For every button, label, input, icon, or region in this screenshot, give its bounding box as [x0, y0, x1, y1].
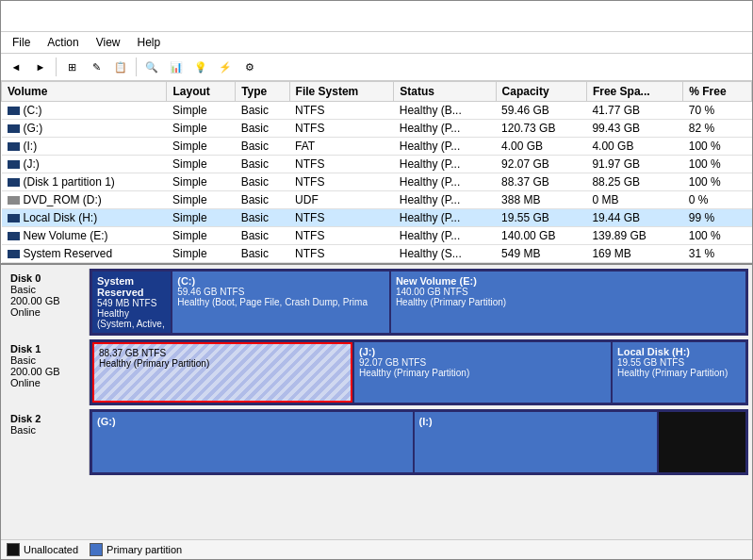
cell-free: 139.89 GB — [586, 227, 682, 245]
menu-bar: File Action View Help — [1, 32, 752, 54]
toolbar-btn-3[interactable]: 📋 — [109, 56, 132, 78]
col-filesystem[interactable]: File System — [289, 82, 394, 102]
partition-block[interactable]: (G:) — [92, 412, 413, 472]
toolbar-back[interactable]: ◄ — [5, 56, 27, 78]
toolbar-btn-5[interactable]: 📊 — [165, 56, 188, 78]
toolbar-btn-7[interactable]: ⚡ — [214, 56, 237, 78]
table-row[interactable]: DVD_ROM (D:) Simple Basic UDF Healthy (P… — [2, 191, 752, 209]
partition-block[interactable] — [659, 412, 745, 472]
toolbar: ◄ ► ⊞ ✎ 📋 🔍 📊 💡 ⚡ ⚙ — [1, 54, 752, 81]
cell-type: Basic — [236, 156, 289, 173]
partition-block[interactable]: 88.37 GB NTFS Healthy (Primary Partition… — [92, 342, 352, 403]
volume-table: Volume Layout Type File System Status Ca… — [1, 81, 752, 263]
cell-pct: 0 % — [683, 191, 752, 209]
minimize-button[interactable] — [680, 7, 699, 25]
toolbar-btn-8[interactable]: ⚙ — [238, 56, 261, 78]
cell-volume: New Volume (E:) — [2, 227, 167, 245]
partition-block[interactable]: (I:) — [415, 412, 657, 472]
partition-block[interactable]: New Volume (E:) 140.00 GB NTFS Healthy (… — [391, 272, 745, 333]
disk-partitions-0: System Reserved 549 MB NTFS Healthy (Sys… — [90, 269, 748, 336]
col-volume[interactable]: Volume — [2, 82, 167, 102]
cell-type: Basic — [236, 227, 289, 245]
table-row[interactable]: Local Disk (H:) Simple Basic NTFS Health… — [2, 209, 752, 227]
disk-partitions-1: 88.37 GB NTFS Healthy (Primary Partition… — [90, 339, 748, 405]
disk-map-section: Disk 0 Basic 200.00 GB Online System Res… — [1, 265, 752, 539]
menu-file[interactable]: File — [5, 34, 38, 51]
partition-status: Healthy (Primary Partition) — [617, 368, 741, 378]
partition-status: Healthy (Primary Partition) — [396, 297, 741, 307]
cell-free: 4.00 GB — [586, 138, 682, 156]
disk-type: Basic — [10, 354, 83, 366]
table-row[interactable]: (C:) Simple Basic NTFS Healthy (B... 59.… — [2, 102, 752, 120]
cell-pct: 100 % — [683, 156, 752, 173]
partition-size: 19.55 GB NTFS — [617, 357, 741, 368]
partition-size: 59.46 GB NTFS — [177, 287, 385, 297]
table-row[interactable]: System Reserved Simple Basic NTFS Health… — [2, 245, 752, 263]
cell-type: Basic — [236, 191, 289, 209]
cell-free: 19.44 GB — [586, 209, 682, 227]
col-status[interactable]: Status — [394, 82, 496, 102]
cell-capacity: 388 MB — [496, 191, 586, 209]
menu-view[interactable]: View — [89, 34, 128, 51]
cell-pct: 70 % — [683, 102, 752, 120]
cell-layout: Simple — [167, 245, 236, 263]
menu-help[interactable]: Help — [130, 34, 169, 51]
menu-action[interactable]: Action — [40, 34, 86, 51]
cell-pct: 82 % — [683, 120, 752, 138]
disk-size: 200.00 GB — [10, 295, 83, 306]
disk-name: Disk 0 — [10, 272, 83, 284]
cell-free: 0 MB — [586, 191, 682, 209]
legend-box-unallocated — [7, 543, 20, 556]
disk-status: Online — [10, 377, 83, 388]
legend-label-primary: Primary partition — [106, 544, 182, 555]
main-content: Volume Layout Type File System Status Ca… — [1, 81, 752, 559]
close-button[interactable] — [726, 7, 745, 25]
cell-type: Basic — [236, 138, 289, 156]
partition-block[interactable]: (J:) 92.07 GB NTFS Healthy (Primary Part… — [354, 342, 611, 403]
disk-row: Disk 0 Basic 200.00 GB Online System Res… — [5, 269, 748, 336]
table-row[interactable]: (Disk 1 partition 1) Simple Basic NTFS H… — [2, 173, 752, 191]
partition-block[interactable]: (C:) 59.46 GB NTFS Healthy (Boot, Page F… — [172, 272, 389, 333]
cell-volume: (Disk 1 partition 1) — [2, 173, 167, 191]
cell-capacity: 59.46 GB — [496, 102, 586, 120]
col-freespace[interactable]: Free Spa... — [586, 82, 682, 102]
cell-volume: Local Disk (H:) — [2, 209, 167, 227]
partition-block[interactable]: Local Disk (H:) 19.55 GB NTFS Healthy (P… — [613, 342, 745, 403]
maximize-button[interactable] — [703, 7, 722, 25]
partition-block[interactable]: System Reserved 549 MB NTFS Healthy (Sys… — [92, 272, 171, 333]
toolbar-btn-1[interactable]: ⊞ — [60, 56, 83, 78]
toolbar-sep-2 — [136, 58, 137, 76]
disk-row: Disk 1 Basic 200.00 GB Online 88.37 GB N… — [5, 339, 748, 405]
cell-status: Healthy (P... — [394, 227, 496, 245]
cell-pct: 99 % — [683, 209, 752, 227]
cell-status: Healthy (P... — [394, 173, 496, 191]
toolbar-btn-4[interactable]: 🔍 — [140, 56, 163, 78]
toolbar-btn-2[interactable]: ✎ — [85, 56, 107, 78]
toolbar-forward[interactable]: ► — [29, 56, 52, 78]
legend-unallocated: Unallocated — [7, 543, 78, 556]
title-controls — [680, 7, 745, 25]
table-row[interactable]: (J:) Simple Basic NTFS Healthy (P... 92.… — [2, 156, 752, 173]
col-type[interactable]: Type — [236, 82, 289, 102]
app-window: File Action View Help ◄ ► ⊞ ✎ 📋 🔍 📊 💡 ⚡ … — [0, 0, 753, 560]
cell-free: 169 MB — [586, 245, 682, 263]
disk-type: Basic — [10, 284, 83, 295]
partition-size: 140.00 GB NTFS — [396, 287, 741, 297]
table-row[interactable]: New Volume (E:) Simple Basic NTFS Health… — [2, 227, 752, 245]
disk-name: Disk 2 — [10, 413, 83, 424]
legend-label-unallocated: Unallocated — [24, 544, 78, 555]
cell-fs: FAT — [289, 138, 394, 156]
cell-layout: Simple — [167, 102, 236, 120]
cell-status: Healthy (P... — [394, 138, 496, 156]
col-layout[interactable]: Layout — [167, 82, 236, 102]
col-pctfree[interactable]: % Free — [683, 82, 752, 102]
table-row[interactable]: (I:) Simple Basic FAT Healthy (P... 4.00… — [2, 138, 752, 156]
partition-status: Healthy (Boot, Page File, Crash Dump, Pr… — [177, 297, 385, 307]
cell-type: Basic — [236, 245, 289, 263]
cell-fs: UDF — [289, 191, 394, 209]
table-row[interactable]: (G:) Simple Basic NTFS Healthy (P... 120… — [2, 120, 752, 138]
cell-pct: 100 % — [683, 173, 752, 191]
col-capacity[interactable]: Capacity — [496, 82, 586, 102]
table-header-row: Volume Layout Type File System Status Ca… — [2, 82, 752, 102]
toolbar-btn-6[interactable]: 💡 — [189, 56, 212, 78]
